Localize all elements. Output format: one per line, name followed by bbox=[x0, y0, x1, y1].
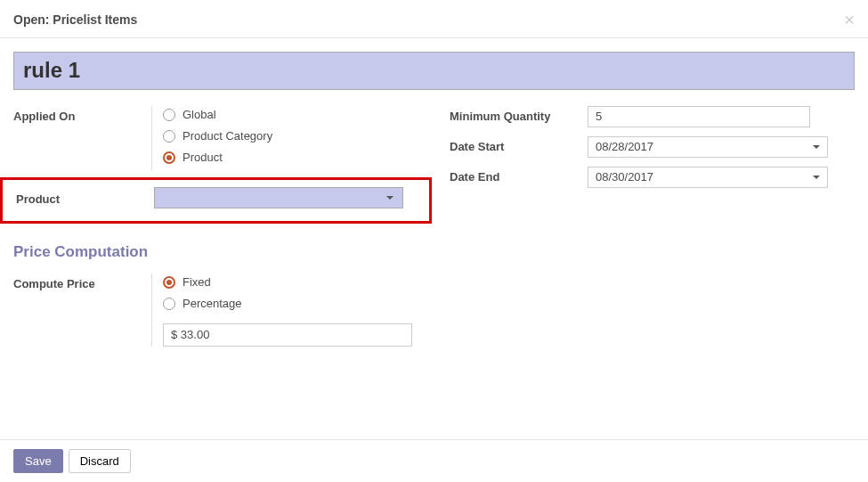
chevron-down-icon bbox=[813, 176, 820, 179]
modal-title: Open: Pricelist Items bbox=[13, 12, 137, 27]
date-end-label: Date End bbox=[450, 170, 588, 184]
modal-header: Open: Pricelist Items × bbox=[0, 0, 868, 38]
product-row-highlight: Product bbox=[0, 177, 432, 224]
radio-label: Product Category bbox=[183, 129, 272, 143]
radio-label: Percentage bbox=[183, 297, 242, 310]
radio-label: Global bbox=[183, 108, 216, 121]
product-select[interactable] bbox=[154, 187, 403, 208]
min-qty-input[interactable] bbox=[588, 106, 810, 127]
compute-price-group: Fixed Percentage bbox=[151, 274, 432, 347]
radio-label: Product bbox=[183, 151, 223, 164]
modal-footer: Save Discard bbox=[0, 439, 868, 482]
discard-button[interactable]: Discard bbox=[69, 449, 131, 473]
date-start-input[interactable]: 08/28/2017 bbox=[588, 136, 828, 158]
applied-on-global[interactable]: Global bbox=[163, 106, 432, 124]
modal-body: Applied On Global Product Category Pr bbox=[0, 38, 868, 364]
date-end-value: 08/30/2017 bbox=[596, 170, 653, 184]
radio-icon bbox=[163, 151, 175, 164]
rule-name-input[interactable] bbox=[13, 52, 855, 90]
applied-on-label: Applied On bbox=[13, 106, 151, 123]
compute-percentage[interactable]: Percentage bbox=[163, 295, 432, 313]
price-computation-title: Price Computation bbox=[13, 243, 432, 261]
radio-icon bbox=[163, 130, 175, 143]
radio-icon bbox=[163, 109, 175, 121]
radio-icon bbox=[163, 298, 175, 310]
chevron-down-icon bbox=[813, 145, 820, 149]
close-icon[interactable]: × bbox=[844, 11, 855, 29]
date-start-value: 08/28/2017 bbox=[596, 140, 653, 153]
applied-on-group: Global Product Category Product bbox=[151, 106, 432, 170]
radio-label: Fixed bbox=[183, 275, 211, 289]
save-button[interactable]: Save bbox=[13, 449, 63, 473]
radio-icon bbox=[163, 276, 175, 289]
fixed-price-input[interactable] bbox=[163, 323, 412, 347]
applied-on-category[interactable]: Product Category bbox=[163, 127, 432, 145]
pricelist-item-modal: Open: Pricelist Items × Applied On Globa… bbox=[0, 0, 868, 482]
product-label: Product bbox=[3, 189, 154, 206]
date-end-input[interactable]: 08/30/2017 bbox=[588, 167, 828, 188]
applied-on-product[interactable]: Product bbox=[163, 149, 432, 167]
compute-fixed[interactable]: Fixed bbox=[163, 274, 432, 291]
chevron-down-icon bbox=[386, 196, 393, 200]
date-start-label: Date Start bbox=[450, 140, 588, 153]
min-qty-label: Minimum Quantity bbox=[450, 110, 588, 123]
compute-price-label: Compute Price bbox=[13, 274, 151, 290]
